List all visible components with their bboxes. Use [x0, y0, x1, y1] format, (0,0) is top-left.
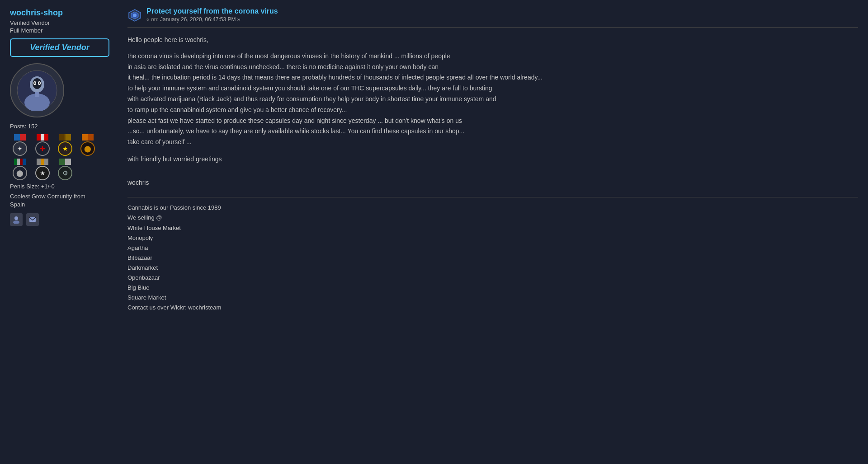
- profile-icon[interactable]: [10, 213, 23, 226]
- greeting-line: Hello people here is wochris,: [127, 35, 858, 46]
- medal-3: ★: [55, 134, 75, 156]
- sig-line-7: Darkmarket: [127, 263, 858, 273]
- body-line-5: with activated marijuana (Black Jack) an…: [127, 94, 858, 105]
- medals-row-1: ✦ ✚ ★ ⬤: [10, 134, 117, 156]
- medal-2: ✚: [33, 134, 52, 156]
- medal-4: ⬤: [78, 134, 98, 156]
- location: Coolest Grow Comunity from Spain: [10, 192, 117, 209]
- username[interactable]: wochris-shop: [10, 8, 117, 18]
- user-icons-row: [10, 213, 117, 226]
- svg-rect-8: [35, 92, 39, 97]
- main-content: Protect yourself from the corona virus «…: [122, 5, 863, 459]
- medal-6: ★: [33, 159, 52, 180]
- penis-size: Penis Size: +1/-0: [10, 183, 117, 190]
- body-line-4: to help your immune system and canabinoi…: [127, 83, 858, 94]
- body-line-8: ...so... unfortunately, we have to say t…: [127, 126, 858, 137]
- signature-section: Cannabis is our Passion since 1989 We se…: [127, 197, 858, 313]
- svg-point-9: [14, 216, 18, 220]
- role-label: Verified Vendor: [10, 19, 117, 26]
- post-type-icon: [127, 8, 142, 23]
- body-line-1: the corona virus is developing into one …: [127, 51, 858, 62]
- post-title[interactable]: Protect yourself from the corona virus: [146, 7, 278, 15]
- post-title-block: Protect yourself from the corona virus «…: [146, 7, 278, 23]
- body-line-7: please act fast we have started to produ…: [127, 116, 858, 127]
- message-icon[interactable]: [26, 213, 39, 226]
- svg-point-10: [13, 220, 19, 224]
- sig-line-1: Cannabis is our Passion since 1989: [127, 203, 858, 213]
- post-header: Protect yourself from the corona virus «…: [127, 7, 858, 23]
- post-body: Hello people here is wochris, the corona…: [127, 35, 858, 188]
- sig-line-4: Monopoly: [127, 233, 858, 243]
- medal-1: ✦: [10, 134, 30, 156]
- body-line-2: in asia are isolated and the virus conti…: [127, 62, 858, 73]
- sidebar: wochris-shop Verified Vendor Full Member…: [5, 5, 122, 459]
- closing-line: with friendly but worried greetings: [127, 154, 858, 165]
- signature-name: wochris: [127, 178, 858, 188]
- svg-point-5: [34, 82, 36, 84]
- sig-line-10: Square Market: [127, 293, 858, 303]
- medal-7: ⚙: [55, 159, 75, 180]
- header-divider: [127, 27, 858, 28]
- sig-line-11: Contact us over Wickr: wochristeam: [127, 303, 858, 313]
- sig-line-9: Big Blue: [127, 283, 858, 293]
- svg-point-6: [39, 82, 40, 84]
- meta-date: January 26, 2020, 06:47:53 PM »: [160, 16, 240, 23]
- medals-row-2: ⬤ ★ ⚙: [10, 159, 117, 180]
- posts-count: Posts: 152: [10, 123, 117, 130]
- body-line-3: it heal... the incubation period is 14 d…: [127, 72, 858, 83]
- body-line-6: to ramp up the cannabinoid system and gi…: [127, 105, 858, 116]
- sig-line-6: Bitbazaar: [127, 253, 858, 263]
- sig-line-8: Openbazaar: [127, 273, 858, 283]
- member-type: Full Member: [10, 27, 117, 34]
- body-line-9: take care of yourself ...: [127, 137, 858, 148]
- avatar: [10, 63, 64, 117]
- sig-line-2: We selling @: [127, 213, 858, 223]
- sig-line-3: White House Market: [127, 223, 858, 233]
- sig-line-5: Agartha: [127, 243, 858, 253]
- medal-5: ⬤: [10, 159, 30, 180]
- svg-point-14: [133, 14, 137, 17]
- post-meta: « on: January 26, 2020, 06:47:53 PM »: [146, 16, 278, 23]
- meta-on-label: « on:: [146, 16, 159, 23]
- verified-vendor-badge: Verified Vendor: [10, 38, 109, 57]
